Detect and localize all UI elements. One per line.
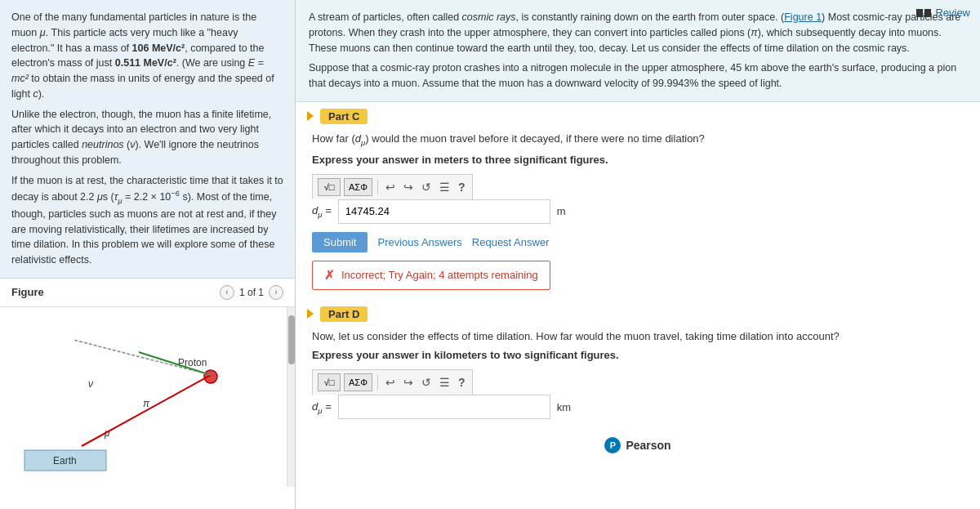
figure-nav: ‹ 1 of 1 › [220,285,283,300]
ase-label-c: ΑΣΦ [349,182,368,192]
part-c-prev-answers-btn[interactable]: Previous Answers [377,236,461,248]
part-c-submit-btn[interactable]: Submit [312,232,368,252]
part-c-answer-label: dμ = [312,204,332,219]
undo-btn-d[interactable]: ↩ [383,376,398,389]
info-para-1: One of the many fundamental particles in… [11,10,283,102]
figure-svg: Proton ν π μ [0,307,270,483]
figure-header: Figure ‹ 1 of 1 › [0,279,295,307]
top-bar: Review [916,7,970,19]
info-para-2: Unlike the electron, though, the muon ha… [11,107,283,168]
info-box: One of the many fundamental particles in… [0,0,295,279]
part-d-instruction: Express your answer in kilometers to two… [312,349,964,361]
ase-btn-c[interactable]: ΑΣΦ [344,178,372,196]
part-c-question: How far (dμ) would the muon travel befor… [312,131,964,149]
part-c-request-answer-btn[interactable]: Request Answer [472,236,550,248]
part-d-answer-label: dμ = [312,400,332,415]
figure-scrollbar[interactable] [287,307,295,487]
scrollbar-thumb [288,315,295,364]
info-para-3: If the muon is at rest, the characterist… [11,173,283,268]
ase-label-d: ΑΣΦ [349,377,368,387]
part-d-unit: km [557,401,571,413]
intro-text: A stream of particles, often called cosm… [296,0,980,102]
figure-next-btn[interactable]: › [269,285,283,300]
part-d-input-wrapper: √□ ΑΣΦ ↩ ↪ ↺ ☰ ? dμ = [312,369,964,419]
part-d-triangle [307,309,314,319]
refresh-btn-d[interactable]: ↺ [419,376,434,389]
main-layout: One of the many fundamental particles in… [0,0,980,509]
sqrt-btn-c[interactable]: √□ [318,178,341,196]
part-d-content: Now, let us consider the effects of time… [296,328,980,430]
icon-bar1 [916,9,923,17]
undo-btn-c[interactable]: ↩ [383,181,398,194]
sqrt-btn-d[interactable]: √□ [318,373,341,391]
refresh-btn-c[interactable]: ↺ [419,181,434,194]
intro-para-1: A stream of particles, often called cosm… [309,10,967,56]
part-c-feedback: ✗ Incorrect; Try Again; 4 attempts remai… [312,261,550,290]
svg-text:Earth: Earth [53,455,77,467]
svg-text:π: π [143,398,150,409]
ase-btn-d[interactable]: ΑΣΦ [344,373,372,391]
part-c-badge: Part C [320,109,368,124]
sqrt-label-d: √□ [324,377,335,387]
feedback-text: Incorrect; Try Again; 4 attempts remaini… [341,269,538,281]
figure-canvas: Proton ν π μ [0,307,295,487]
part-d-toolbar: √□ ΑΣΦ ↩ ↪ ↺ ☰ ? [312,369,473,395]
part-c-answer-row: dμ = m [312,199,964,224]
right-panel: A stream of particles, often called cosm… [296,0,980,509]
menu-btn-c[interactable]: ☰ [437,181,452,194]
redo-btn-d[interactable]: ↪ [401,376,416,389]
part-d-header[interactable]: Part D [296,300,980,328]
part-d-section: Part D Now, let us consider the effects … [296,300,980,430]
menu-btn-d[interactable]: ☰ [437,376,452,389]
part-c-instruction: Express your answer in meters to three s… [312,154,964,166]
pearson-logo-text: P [610,440,616,450]
part-d-answer-input[interactable] [338,395,550,419]
pearson-label: Pearson [626,439,670,452]
review-link[interactable]: Review [935,7,970,19]
part-c-toolbar: √□ ΑΣΦ ↩ ↪ ↺ ☰ ? [312,174,473,199]
help-btn-c[interactable]: ? [456,181,468,194]
part-c-section: Part C How far (dμ) would the muon trave… [296,102,980,300]
icon-bar2 [924,9,931,17]
help-btn-d[interactable]: ? [456,376,468,389]
part-d-answer-row: dμ = km [312,395,964,419]
part-c-content: How far (dμ) would the muon travel befor… [296,131,980,300]
figure-page: 1 of 1 [239,287,264,298]
intro-para-2: Suppose that a cosmic-ray proton crashes… [309,60,967,92]
review-icon [916,9,931,17]
figure-section: Figure ‹ 1 of 1 › Proton [0,279,295,509]
figure-prev-btn[interactable]: ‹ [220,285,234,300]
part-d-badge: Part D [320,306,368,322]
part-c-answer-input[interactable] [338,199,550,224]
pearson-logo: P [604,437,621,453]
part-c-input-wrapper: √□ ΑΣΦ ↩ ↪ ↺ ☰ ? dμ = [312,174,964,224]
sqrt-label-c: √□ [324,182,335,192]
feedback-x-icon: ✗ [324,268,335,283]
part-d-question: Now, let us consider the effects of time… [312,328,964,345]
left-panel: One of the many fundamental particles in… [0,0,296,509]
toolbar-divider-d1 [377,375,378,390]
part-c-unit: m [557,205,566,217]
figure-title: Figure [11,286,44,298]
toolbar-divider-c1 [377,180,378,194]
part-c-action-row: Submit Previous Answers Request Answer [312,232,964,252]
redo-btn-c[interactable]: ↪ [401,181,416,194]
part-c-header[interactable]: Part C [296,102,980,131]
part-c-triangle [307,111,314,121]
svg-text:ν: ν [88,378,93,390]
pearson-footer: P Pearson [296,429,980,462]
